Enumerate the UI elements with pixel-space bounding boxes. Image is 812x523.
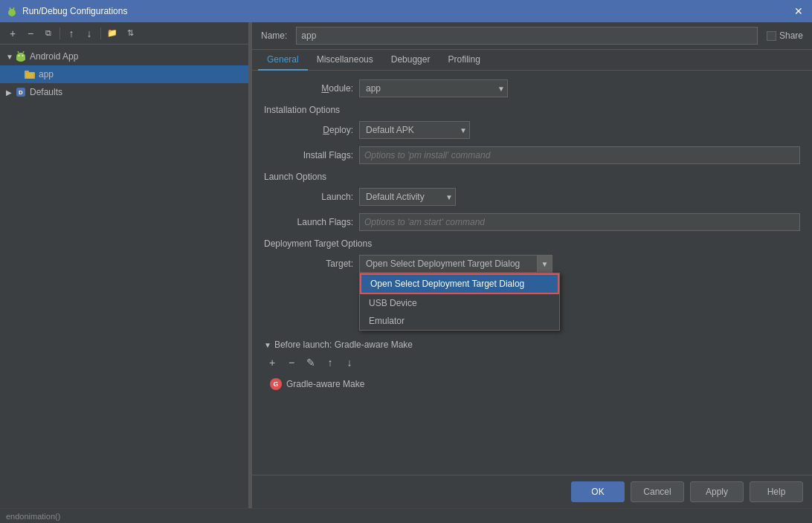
form-content: Module: app ▼ Installation Options Deplo… [252, 71, 812, 475]
target-row: Target: Open Select Deployment Target Di… [264, 255, 800, 273]
launch-row: Launch: Default Activity Specified Activ… [264, 188, 800, 206]
remove-config-button[interactable]: − [22, 25, 39, 42]
window-title: Run/Debug Configurations [22, 6, 791, 16]
tab-miscellaneous[interactable]: Miscellaneous [308, 50, 382, 71]
launch-select[interactable]: Default Activity Specified Activity Noth… [359, 188, 456, 206]
tab-debugger[interactable]: Debugger [382, 50, 439, 71]
svg-point-4 [13, 7, 15, 9]
tabs-bar: General Miscellaneous Debugger Profiling [252, 50, 812, 71]
tree-arrow-android-app: ▼ [6, 53, 15, 61]
help-button[interactable]: Help [750, 481, 803, 502]
toolbar-separator-1 [59, 27, 60, 39]
right-panel: Name: Share General Miscellaneous Debugg… [252, 22, 812, 508]
status-bar: endonimation() [0, 508, 812, 523]
title-bar: Run/Debug Configurations ✕ [0, 0, 812, 22]
deploy-dropdown-wrapper: Default APK APK from app bundle Nothing … [359, 121, 470, 139]
svg-rect-1 [10, 9, 11, 12]
toolbar-separator-2 [100, 27, 101, 39]
main-window: Run/Debug Configurations ✕ + − ⧉ ↑ [0, 0, 812, 523]
before-launch-edit-button[interactable]: ✎ [303, 354, 319, 371]
tree-android-app-label: Android App [30, 51, 78, 62]
tree-defaults[interactable]: ▶ D Defaults [0, 83, 248, 101]
launch-flags-row: Launch Flags: [264, 213, 800, 231]
module-row: Module: app ▼ [264, 79, 800, 97]
launch-flags-input[interactable] [359, 213, 800, 231]
folder-button[interactable]: 📁 [104, 25, 120, 42]
tree-arrow-defaults: ▶ [6, 88, 15, 97]
deployment-target-options-label: Deployment Target Options [264, 238, 800, 249]
target-label: Target: [264, 259, 353, 269]
name-label: Name: [261, 30, 287, 41]
sort-button[interactable]: ⇅ [122, 25, 138, 42]
launch-dropdown-wrapper: Default Activity Specified Activity Noth… [359, 188, 456, 206]
target-dropdown-wrapper: Open Select Deployment Target Dialog ▼ O… [359, 255, 552, 273]
deploy-label: Deploy: [264, 125, 353, 135]
svg-point-3 [10, 7, 11, 9]
svg-rect-2 [13, 9, 14, 12]
svg-point-8 [19, 55, 20, 56]
svg-point-0 [8, 9, 16, 16]
before-launch-add-button[interactable]: + [264, 354, 280, 371]
gradle-make-item: G Gradle-aware Make [264, 375, 800, 393]
installation-options-label: Installation Options [264, 105, 800, 115]
before-launch-arrow: ▼ [264, 341, 271, 349]
copy-config-button[interactable]: ⧉ [40, 25, 57, 42]
before-launch-up-button[interactable]: ↑ [322, 354, 338, 371]
share-area: Share [767, 30, 803, 41]
move-down-button[interactable]: ↓ [81, 25, 97, 42]
share-checkbox[interactable] [767, 31, 776, 41]
app-folder-icon [24, 68, 36, 80]
target-option-usb[interactable]: USB Device [360, 294, 559, 312]
tab-profiling[interactable]: Profiling [439, 50, 489, 71]
before-launch-section: ▼ Before launch: Gradle-aware Make + − ✎… [264, 340, 800, 393]
svg-line-10 [18, 51, 19, 53]
deploy-row: Deploy: Default APK APK from app bundle … [264, 121, 800, 139]
close-button[interactable]: ✕ [791, 4, 806, 19]
tree-android-app[interactable]: ▼ Android App [0, 48, 248, 65]
cancel-button[interactable]: Cancel [631, 481, 684, 502]
target-option-dialog[interactable]: Open Select Deployment Target Dialog [360, 273, 559, 294]
before-launch-toolbar: + − ✎ ↑ ↓ [264, 354, 800, 371]
install-flags-input[interactable] [359, 146, 800, 164]
module-dropdown-wrapper: app ▼ [359, 79, 508, 97]
module-select[interactable]: app [359, 79, 508, 97]
install-flags-row: Install Flags: [264, 146, 800, 164]
target-dropdown-arrow[interactable]: ▼ [537, 256, 552, 272]
before-launch-down-button[interactable]: ↓ [341, 354, 358, 371]
android-icon [15, 51, 27, 62]
target-option-emulator[interactable]: Emulator [360, 312, 559, 330]
install-flags-label: Install Flags: [264, 150, 353, 160]
before-launch-remove-button[interactable]: − [283, 354, 300, 371]
target-dropdown-button[interactable]: Open Select Deployment Target Dialog ▼ [359, 255, 552, 273]
status-text: endonimation() [6, 512, 60, 521]
svg-point-7 [16, 53, 25, 60]
svg-rect-13 [25, 71, 29, 73]
launch-flags-label: Launch Flags: [264, 217, 353, 227]
move-up-button[interactable]: ↑ [63, 25, 80, 42]
config-tree: ▼ Android App [0, 45, 248, 508]
name-input[interactable] [296, 27, 758, 45]
before-launch-header: ▼ Before launch: Gradle-aware Make [264, 340, 800, 350]
apply-button[interactable]: Apply [690, 481, 744, 502]
ok-button[interactable]: OK [571, 481, 625, 502]
module-label: Module: [264, 83, 353, 94]
name-row: Name: Share [252, 22, 812, 50]
add-config-button[interactable]: + [4, 25, 21, 42]
left-panel: + − ⧉ ↑ ↓ 📁 ⇅ [0, 22, 249, 508]
bottom-bar: OK Cancel Apply Help [252, 475, 812, 508]
tab-general[interactable]: General [258, 50, 308, 71]
target-dropdown-text: Open Select Deployment Target Dialog [360, 259, 537, 269]
share-label: Share [779, 30, 803, 41]
svg-line-11 [23, 51, 24, 53]
svg-point-9 [22, 55, 24, 56]
gradle-make-label: Gradle-aware Make [286, 379, 364, 389]
target-dropdown-menu: Open Select Deployment Target Dialog USB… [359, 273, 560, 331]
tree-app-label: app [39, 69, 54, 79]
before-launch-title: Before launch: Gradle-aware Make [274, 340, 413, 350]
window-icon [6, 5, 18, 17]
gradle-icon: G [270, 378, 282, 390]
tree-app[interactable]: ▶ app [0, 65, 248, 83]
deploy-select[interactable]: Default APK APK from app bundle Nothing [359, 121, 470, 139]
svg-rect-14 [26, 73, 33, 78]
config-toolbar: + − ⧉ ↑ ↓ 📁 ⇅ [0, 22, 248, 45]
